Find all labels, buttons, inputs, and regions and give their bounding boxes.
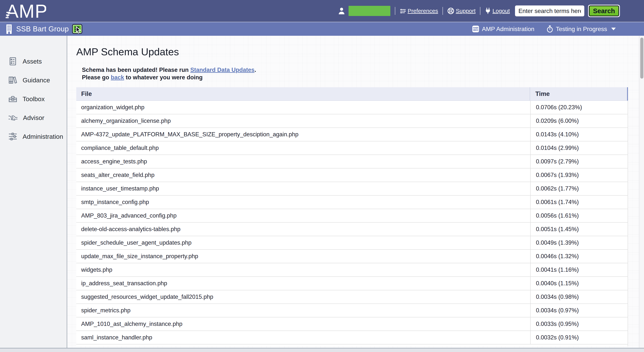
testing-status-label: Testing in Progress: [556, 25, 607, 32]
page-title: AMP Schema Updates: [76, 46, 644, 57]
file-cell: update_max_file_size_instance_property.p…: [76, 253, 530, 260]
sliders-icon: [8, 132, 17, 141]
svg-text:AMP: AMP: [6, 2, 46, 20]
table-row: AMP_803_jira_advanced_config.php0.0056s …: [76, 209, 628, 223]
table-row: suggested_resources_widget_update_fall20…: [76, 290, 628, 304]
column-header-time: Time: [530, 87, 627, 100]
time-cell: 0.0034s (0.97%): [530, 304, 628, 317]
file-cell: seats_alter_create_field.php: [76, 172, 530, 178]
table-row: compliance_table_default.php0.0104s (2.9…: [76, 141, 628, 155]
handshake-icon: [8, 114, 18, 122]
file-cell: delete-old-access-analytics-tables.php: [76, 226, 530, 233]
time-cell: 0.0097s (2.79%): [530, 155, 628, 168]
sidebar-item-label: Assets: [22, 58, 42, 65]
checklist-icon: [8, 57, 17, 66]
search-input[interactable]: [515, 5, 584, 16]
toolbox-icon: [8, 94, 17, 103]
amp-logo-icon: AMP: [6, 2, 46, 20]
table-row: ip_address_seat_transaction.php0.0040s (…: [76, 277, 628, 290]
time-cell: 0.0041s (1.16%): [530, 263, 628, 276]
file-cell: suggested_resources_widget_update_fall20…: [76, 294, 530, 300]
life-ring-icon: [448, 7, 454, 14]
time-cell: 0.0032s (0.91%): [530, 331, 628, 344]
vertical-scrollbar-thumb[interactable]: [640, 38, 644, 79]
preferences-label: Preferences: [408, 8, 438, 14]
user-icon: [338, 7, 345, 15]
time-cell: 0.0049s (1.39%): [530, 236, 628, 249]
search-button-wrap: Search: [588, 5, 620, 17]
time-cell: 0.0062s (1.77%): [530, 182, 628, 195]
table-row: alchemy_organization_license.php0.0209s …: [76, 114, 628, 128]
standard-data-updates-link[interactable]: Standard Data Updates: [190, 67, 254, 73]
notice-line-1: Schema has been updated! Please run Stan…: [82, 66, 644, 74]
table-row: delete-old-access-analytics-tables.php0.…: [76, 223, 628, 236]
file-cell: ip_address_seat_transaction.php: [76, 280, 530, 287]
main-panel: AMP Schema Updates Schema has been updat…: [67, 36, 644, 352]
back-link[interactable]: back: [111, 74, 124, 81]
admin-sliders-icon: [472, 25, 479, 32]
vertical-scrollbar-track[interactable]: [639, 36, 644, 352]
file-cell: widgets.php: [76, 266, 530, 273]
notice-text: to whatever you were doing: [124, 74, 202, 81]
logout-link[interactable]: Logout: [485, 7, 510, 14]
sidebar-item-toolbox[interactable]: Toolbox: [0, 90, 67, 108]
horizontal-scrollbar-track[interactable]: [0, 348, 644, 352]
file-cell: AMP_803_jira_advanced_config.php: [76, 212, 530, 219]
books-icon: [8, 76, 17, 85]
sidebar-item-administration[interactable]: Administration: [0, 127, 67, 146]
mouse-cursor-icon: [76, 26, 82, 34]
amp-app: AMP: [0, 0, 644, 352]
org-bar-right: AMP Administration Testing in Progress: [472, 25, 616, 33]
amp-administration-link[interactable]: AMP Administration: [472, 25, 534, 32]
file-cell: AMP-4372_update_PLATFORM_MAX_BASE_SIZE_p…: [76, 131, 530, 138]
stopwatch-icon: [546, 25, 553, 33]
amp-logo[interactable]: AMP: [6, 2, 46, 20]
table-row: organization_widget.php0.0706s (20.23%): [76, 101, 628, 114]
preferences-link[interactable]: Preferences: [400, 8, 438, 14]
notice-text: Schema has been updated! Please run: [82, 67, 190, 73]
search-button[interactable]: Search: [589, 5, 619, 16]
table-row: spider_schedule_user_agent_updates.php0.…: [76, 236, 628, 250]
table-row: saml_instance_handler.php0.0032s (0.91%): [76, 331, 628, 345]
table-row-partial: [76, 345, 628, 346]
time-cell: 0.0061s (1.74%): [530, 195, 628, 209]
file-cell: organization_widget.php: [76, 104, 530, 111]
sidebar-item-label: Advisor: [23, 114, 44, 122]
table-row: access_engine_tests.php0.0097s (2.79%): [76, 155, 628, 169]
time-cell: 0.0143s (4.10%): [530, 128, 628, 141]
logout-label: Logout: [492, 8, 510, 14]
time-cell: 0.0104s (2.99%): [530, 141, 628, 155]
time-cell: 0.0067s (1.93%): [530, 169, 628, 182]
schema-notice: Schema has been updated! Please run Stan…: [82, 66, 644, 81]
time-cell: 0.0056s (1.61%): [530, 209, 628, 222]
file-cell: compliance_table_default.php: [76, 145, 530, 151]
time-cell: 0.0034s (0.98%): [530, 290, 628, 304]
time-cell: 0.0051s (1.45%): [530, 223, 628, 236]
table-row: update_max_file_size_instance_property.p…: [76, 250, 628, 263]
sidebar-item-label: Toolbox: [22, 95, 45, 103]
file-cell: saml_instance_handler.php: [76, 334, 530, 341]
time-cell: 0.0046s (1.32%): [530, 250, 628, 263]
preferences-icon: [400, 8, 406, 14]
divider: [442, 7, 443, 15]
top-header-bar: AMP: [0, 0, 644, 22]
file-cell: spider_schedule_user_agent_updates.php: [76, 239, 530, 246]
sidebar-item-assets[interactable]: Assets: [0, 52, 67, 71]
org-name: SSB Bart Group: [16, 25, 69, 33]
time-cell: 0.0033s (0.95%): [530, 317, 628, 331]
table-row: smtp_instance_config.php0.0061s (1.74%): [76, 195, 628, 209]
table-row: widgets.php0.0041s (1.16%): [76, 263, 628, 277]
notice-text: Please go: [82, 74, 111, 81]
testing-status-dropdown[interactable]: Testing in Progress: [546, 25, 616, 33]
table-body: organization_widget.php0.0706s (20.23%)a…: [76, 101, 628, 345]
table-header-row: File Time: [76, 87, 628, 101]
sidebar-item-label: Administration: [22, 133, 63, 140]
table-row: spider_metrics.php0.0034s (0.97%): [76, 304, 628, 317]
org-switch-button[interactable]: [72, 24, 82, 34]
table-row: AMP-4372_update_PLATFORM_MAX_BASE_SIZE_p…: [76, 128, 628, 141]
plug-icon: [485, 7, 491, 14]
sidebar-item-guidance[interactable]: Guidance: [0, 71, 67, 90]
username-redacted-badge[interactable]: [348, 6, 390, 16]
sidebar-item-advisor[interactable]: Advisor: [0, 108, 67, 127]
support-link[interactable]: Support: [448, 7, 476, 14]
